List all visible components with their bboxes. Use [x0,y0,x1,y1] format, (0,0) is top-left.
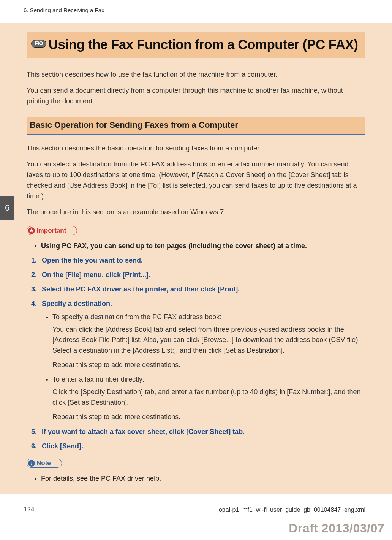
step-6: Click [Send]. [42,441,365,451]
step-3: Select the PC FAX driver as the printer,… [42,284,365,295]
important-label: Important [36,227,66,234]
step-4-sub-2: To enter a fax number directly: Click th… [52,374,365,423]
step-4-sub-2-para-1: Click the [Specify Destination] tab, and… [52,387,365,408]
note-label: Note [36,459,51,467]
note-callout: ↓ Note [27,459,62,468]
running-header: 6. Sending and Receiving a Fax [24,7,104,13]
basic-paragraph-3: The procedure in this section is an exam… [27,207,365,218]
step-4-sub-1-para-1: You can click the [Address Book] tab and… [52,325,365,356]
intro-paragraph-1: This section describes how to use the fa… [27,70,365,80]
note-item: For details, see the PC FAX driver help. [41,473,365,484]
step-4-sub-1: To specify a destination from the PC FAX… [52,312,365,371]
fio-badge: FiO [31,40,46,48]
steps-list: Open the file you want to send. On the [… [27,255,365,451]
important-item: Using PC FAX, you can send up to ten pag… [41,241,365,252]
intro-paragraph-2: You can send a document directly from a … [27,86,365,107]
step-4-title: Specify a destination. [42,300,112,307]
step-4-sub-2-para-2: Repeat this step to add more destination… [52,412,365,423]
content-area: FiOUsing the Fax Function from a Compute… [0,0,392,484]
page-title: FiOUsing the Fax Function from a Compute… [31,36,361,53]
important-callout: ★ Important [27,226,77,235]
page-title-block: FiOUsing the Fax Function from a Compute… [27,32,365,58]
step-2: On the [File] menu, click [Print...]. [42,270,365,280]
basic-paragraph-1: This section describes the basic operati… [27,143,365,154]
important-list: Using PC FAX, you can send up to ten pag… [27,241,365,252]
step-4-sub-1-lead: To specify a destination from the PC FAX… [52,313,221,321]
star-icon: ★ [28,227,35,234]
step-4-sub-1-para-2: Repeat this step to add more destination… [52,360,365,371]
document-page: 6. Sending and Receiving a Fax 6 FiOUsin… [0,0,392,540]
step-4: Specify a destination. To specify a dest… [42,299,365,423]
chapter-tab: 6 [0,196,14,220]
step-4-sub-2-lead: To enter a fax number directly: [52,375,144,383]
step-1: Open the file you want to send. [42,255,365,266]
step-4-sublist: To specify a destination from the PC FAX… [42,312,365,423]
page-title-text: Using the Fax Function from a Computer (… [49,37,358,52]
arrow-down-icon: ↓ [28,460,35,467]
draft-stamp: Draft 2013/03/07 [289,521,384,535]
note-list: For details, see the PC FAX driver help. [27,473,365,484]
source-file-label: opal-p1_mf1_wi-fi_user_guide_gb_00104847… [219,507,365,513]
basic-paragraph-2: You can select a destination from the PC… [27,159,365,202]
section-subheading: Basic Operation for Sending Faxes from a… [27,117,365,135]
page-number: 124 [24,506,34,513]
step-5: If you want to attach a fax cover sheet,… [42,427,365,437]
